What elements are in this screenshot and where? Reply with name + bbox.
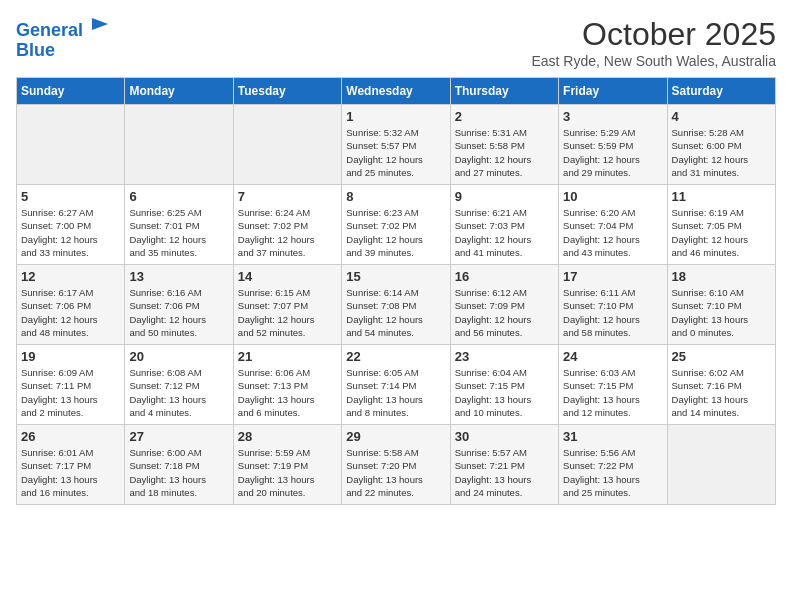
day-number: 9 <box>455 189 554 204</box>
day-number: 5 <box>21 189 120 204</box>
day-info: Sunrise: 5:59 AM Sunset: 7:19 PM Dayligh… <box>238 446 337 499</box>
day-number: 3 <box>563 109 662 124</box>
day-info: Sunrise: 6:03 AM Sunset: 7:15 PM Dayligh… <box>563 366 662 419</box>
weekday-header-sunday: Sunday <box>17 78 125 105</box>
calendar-cell: 13Sunrise: 6:16 AM Sunset: 7:06 PM Dayli… <box>125 265 233 345</box>
logo-flag-icon <box>90 16 110 36</box>
calendar-cell <box>125 105 233 185</box>
logo-blue: Blue <box>16 40 55 60</box>
day-info: Sunrise: 5:31 AM Sunset: 5:58 PM Dayligh… <box>455 126 554 179</box>
day-number: 22 <box>346 349 445 364</box>
calendar-cell: 17Sunrise: 6:11 AM Sunset: 7:10 PM Dayli… <box>559 265 667 345</box>
calendar-cell: 29Sunrise: 5:58 AM Sunset: 7:20 PM Dayli… <box>342 425 450 505</box>
calendar-cell: 14Sunrise: 6:15 AM Sunset: 7:07 PM Dayli… <box>233 265 341 345</box>
week-row-5: 26Sunrise: 6:01 AM Sunset: 7:17 PM Dayli… <box>17 425 776 505</box>
calendar-cell: 5Sunrise: 6:27 AM Sunset: 7:00 PM Daylig… <box>17 185 125 265</box>
day-info: Sunrise: 6:25 AM Sunset: 7:01 PM Dayligh… <box>129 206 228 259</box>
calendar-cell: 22Sunrise: 6:05 AM Sunset: 7:14 PM Dayli… <box>342 345 450 425</box>
day-number: 15 <box>346 269 445 284</box>
day-number: 7 <box>238 189 337 204</box>
weekday-header-friday: Friday <box>559 78 667 105</box>
calendar-cell: 21Sunrise: 6:06 AM Sunset: 7:13 PM Dayli… <box>233 345 341 425</box>
day-info: Sunrise: 5:57 AM Sunset: 7:21 PM Dayligh… <box>455 446 554 499</box>
month-title: October 2025 <box>531 16 776 53</box>
logo-general: General <box>16 20 83 40</box>
page-header: General Blue October 2025 East Ryde, New… <box>16 16 776 69</box>
day-info: Sunrise: 6:19 AM Sunset: 7:05 PM Dayligh… <box>672 206 771 259</box>
day-info: Sunrise: 6:00 AM Sunset: 7:18 PM Dayligh… <box>129 446 228 499</box>
calendar-cell <box>17 105 125 185</box>
day-info: Sunrise: 6:16 AM Sunset: 7:06 PM Dayligh… <box>129 286 228 339</box>
calendar-cell: 12Sunrise: 6:17 AM Sunset: 7:06 PM Dayli… <box>17 265 125 345</box>
calendar-cell: 10Sunrise: 6:20 AM Sunset: 7:04 PM Dayli… <box>559 185 667 265</box>
calendar-cell: 15Sunrise: 6:14 AM Sunset: 7:08 PM Dayli… <box>342 265 450 345</box>
calendar-cell: 8Sunrise: 6:23 AM Sunset: 7:02 PM Daylig… <box>342 185 450 265</box>
day-info: Sunrise: 5:56 AM Sunset: 7:22 PM Dayligh… <box>563 446 662 499</box>
day-number: 1 <box>346 109 445 124</box>
day-info: Sunrise: 6:24 AM Sunset: 7:02 PM Dayligh… <box>238 206 337 259</box>
day-number: 16 <box>455 269 554 284</box>
day-info: Sunrise: 6:09 AM Sunset: 7:11 PM Dayligh… <box>21 366 120 419</box>
day-info: Sunrise: 6:17 AM Sunset: 7:06 PM Dayligh… <box>21 286 120 339</box>
day-info: Sunrise: 6:11 AM Sunset: 7:10 PM Dayligh… <box>563 286 662 339</box>
day-info: Sunrise: 5:58 AM Sunset: 7:20 PM Dayligh… <box>346 446 445 499</box>
day-info: Sunrise: 5:28 AM Sunset: 6:00 PM Dayligh… <box>672 126 771 179</box>
day-info: Sunrise: 5:29 AM Sunset: 5:59 PM Dayligh… <box>563 126 662 179</box>
day-number: 21 <box>238 349 337 364</box>
day-number: 30 <box>455 429 554 444</box>
calendar-cell: 3Sunrise: 5:29 AM Sunset: 5:59 PM Daylig… <box>559 105 667 185</box>
day-info: Sunrise: 6:21 AM Sunset: 7:03 PM Dayligh… <box>455 206 554 259</box>
location-subtitle: East Ryde, New South Wales, Australia <box>531 53 776 69</box>
day-info: Sunrise: 6:04 AM Sunset: 7:15 PM Dayligh… <box>455 366 554 419</box>
day-number: 31 <box>563 429 662 444</box>
day-number: 24 <box>563 349 662 364</box>
day-number: 14 <box>238 269 337 284</box>
calendar-cell: 18Sunrise: 6:10 AM Sunset: 7:10 PM Dayli… <box>667 265 775 345</box>
day-info: Sunrise: 6:23 AM Sunset: 7:02 PM Dayligh… <box>346 206 445 259</box>
day-number: 27 <box>129 429 228 444</box>
calendar-cell: 26Sunrise: 6:01 AM Sunset: 7:17 PM Dayli… <box>17 425 125 505</box>
calendar-cell: 2Sunrise: 5:31 AM Sunset: 5:58 PM Daylig… <box>450 105 558 185</box>
day-number: 23 <box>455 349 554 364</box>
calendar-cell: 1Sunrise: 5:32 AM Sunset: 5:57 PM Daylig… <box>342 105 450 185</box>
calendar-cell: 16Sunrise: 6:12 AM Sunset: 7:09 PM Dayli… <box>450 265 558 345</box>
weekday-header-saturday: Saturday <box>667 78 775 105</box>
calendar-cell: 28Sunrise: 5:59 AM Sunset: 7:19 PM Dayli… <box>233 425 341 505</box>
day-number: 29 <box>346 429 445 444</box>
day-number: 18 <box>672 269 771 284</box>
calendar-cell: 25Sunrise: 6:02 AM Sunset: 7:16 PM Dayli… <box>667 345 775 425</box>
calendar-cell: 6Sunrise: 6:25 AM Sunset: 7:01 PM Daylig… <box>125 185 233 265</box>
weekday-header-wednesday: Wednesday <box>342 78 450 105</box>
day-info: Sunrise: 6:08 AM Sunset: 7:12 PM Dayligh… <box>129 366 228 419</box>
day-number: 11 <box>672 189 771 204</box>
week-row-4: 19Sunrise: 6:09 AM Sunset: 7:11 PM Dayli… <box>17 345 776 425</box>
title-block: October 2025 East Ryde, New South Wales,… <box>531 16 776 69</box>
calendar-cell: 19Sunrise: 6:09 AM Sunset: 7:11 PM Dayli… <box>17 345 125 425</box>
weekday-header-monday: Monday <box>125 78 233 105</box>
week-row-1: 1Sunrise: 5:32 AM Sunset: 5:57 PM Daylig… <box>17 105 776 185</box>
weekday-header-tuesday: Tuesday <box>233 78 341 105</box>
day-info: Sunrise: 6:01 AM Sunset: 7:17 PM Dayligh… <box>21 446 120 499</box>
calendar-cell: 11Sunrise: 6:19 AM Sunset: 7:05 PM Dayli… <box>667 185 775 265</box>
svg-marker-0 <box>92 18 108 30</box>
calendar-table: SundayMondayTuesdayWednesdayThursdayFrid… <box>16 77 776 505</box>
day-number: 2 <box>455 109 554 124</box>
day-number: 26 <box>21 429 120 444</box>
calendar-cell: 7Sunrise: 6:24 AM Sunset: 7:02 PM Daylig… <box>233 185 341 265</box>
calendar-cell: 27Sunrise: 6:00 AM Sunset: 7:18 PM Dayli… <box>125 425 233 505</box>
calendar-cell: 20Sunrise: 6:08 AM Sunset: 7:12 PM Dayli… <box>125 345 233 425</box>
day-number: 8 <box>346 189 445 204</box>
day-number: 25 <box>672 349 771 364</box>
calendar-cell: 23Sunrise: 6:04 AM Sunset: 7:15 PM Dayli… <box>450 345 558 425</box>
day-number: 12 <box>21 269 120 284</box>
weekday-header-row: SundayMondayTuesdayWednesdayThursdayFrid… <box>17 78 776 105</box>
calendar-cell: 30Sunrise: 5:57 AM Sunset: 7:21 PM Dayli… <box>450 425 558 505</box>
day-info: Sunrise: 6:12 AM Sunset: 7:09 PM Dayligh… <box>455 286 554 339</box>
day-number: 13 <box>129 269 228 284</box>
day-info: Sunrise: 6:15 AM Sunset: 7:07 PM Dayligh… <box>238 286 337 339</box>
calendar-cell: 4Sunrise: 5:28 AM Sunset: 6:00 PM Daylig… <box>667 105 775 185</box>
day-info: Sunrise: 6:20 AM Sunset: 7:04 PM Dayligh… <box>563 206 662 259</box>
day-number: 20 <box>129 349 228 364</box>
day-number: 10 <box>563 189 662 204</box>
day-info: Sunrise: 6:06 AM Sunset: 7:13 PM Dayligh… <box>238 366 337 419</box>
